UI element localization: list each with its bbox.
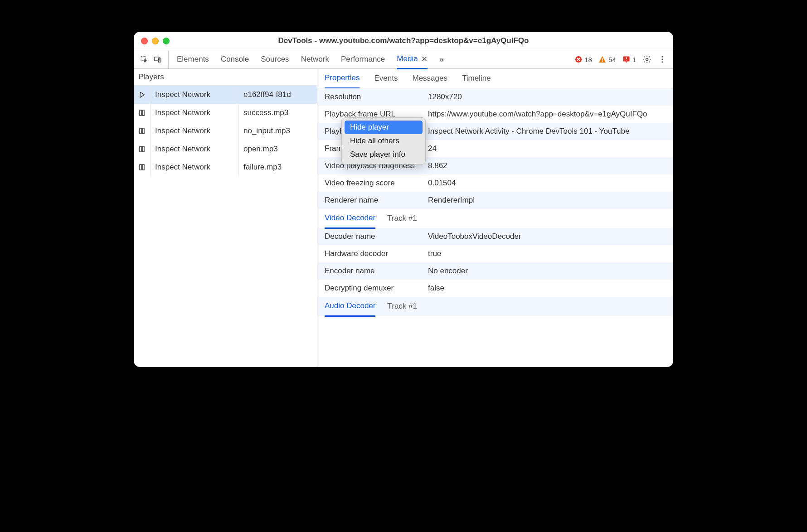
issue-icon xyxy=(622,56,630,63)
svg-point-11 xyxy=(661,58,663,60)
svg-rect-13 xyxy=(140,110,141,116)
player-id: failure.mp3 xyxy=(239,158,317,176)
tab-console[interactable]: Console xyxy=(221,55,249,64)
menu-item-hide-all-others[interactable]: Hide all others xyxy=(345,134,423,148)
tab-media[interactable]: Media ✕ xyxy=(397,50,427,69)
property-row: Video freezing score0.01504 xyxy=(317,174,673,192)
devtools-window: DevTools - www.youtube.com/watch?app=des… xyxy=(134,32,673,367)
property-row: Encoder nameNo encoder xyxy=(317,262,673,280)
player-row[interactable]: Inspect Network success.mp3 xyxy=(134,104,317,122)
devtools-toolbar: Elements Console Sources Network Perform… xyxy=(134,50,673,69)
player-name: Inspect Network xyxy=(150,104,239,122)
tab-media-label: Media xyxy=(397,54,418,63)
svg-rect-15 xyxy=(140,128,141,134)
property-key: Decoder name xyxy=(325,232,428,241)
zoom-window-button[interactable] xyxy=(163,38,170,44)
property-value: 1280x720 xyxy=(428,92,666,102)
svg-point-10 xyxy=(661,56,663,58)
error-icon xyxy=(575,56,582,63)
more-tabs-icon[interactable]: » xyxy=(439,55,444,64)
player-row[interactable]: Inspect Network failure.mp3 xyxy=(134,158,317,176)
subtab-messages[interactable]: Messages xyxy=(412,74,447,83)
players-sidebar: Players Inspect Network e162ff94-f81d In… xyxy=(134,69,317,367)
warning-icon xyxy=(598,56,606,63)
pause-icon xyxy=(138,127,146,135)
settings-icon[interactable] xyxy=(642,55,651,64)
property-value: false xyxy=(428,284,666,293)
menu-item-save-player-info[interactable]: Save player info xyxy=(345,148,423,161)
property-key: Resolution xyxy=(325,92,428,102)
player-context-menu: Hide player Hide all others Save player … xyxy=(341,117,426,164)
property-value: true xyxy=(428,249,666,258)
svg-rect-4 xyxy=(602,58,603,60)
subtab-properties[interactable]: Properties xyxy=(325,69,360,89)
property-value: RendererImpl xyxy=(428,196,666,205)
property-row: Decoder nameVideoTooboxVideoDecoder xyxy=(317,228,673,245)
error-counter[interactable]: 18 xyxy=(575,56,592,63)
player-id: success.mp3 xyxy=(239,104,317,122)
warning-count: 54 xyxy=(608,56,616,63)
section-title[interactable]: Video Decoder xyxy=(325,208,375,229)
player-name: Inspect Network xyxy=(150,158,239,176)
tab-sources[interactable]: Sources xyxy=(261,55,289,64)
inspect-element-icon[interactable] xyxy=(140,55,148,63)
menu-item-hide-player[interactable]: Hide player xyxy=(345,121,423,134)
video-decoder-section: Video Decoder Track #1 xyxy=(317,209,673,228)
property-key: Encoder name xyxy=(325,266,428,276)
tab-elements[interactable]: Elements xyxy=(177,55,209,64)
player-name: Inspect Network xyxy=(150,122,239,140)
pause-icon xyxy=(138,145,146,153)
property-value: No encoder xyxy=(428,266,666,276)
property-row: Resolution1280x720 xyxy=(317,88,673,106)
property-key: Hardware decoder xyxy=(325,249,428,258)
subtab-events[interactable]: Events xyxy=(374,74,398,83)
section-track[interactable]: Track #1 xyxy=(387,214,417,223)
section-title[interactable]: Audio Decoder xyxy=(325,296,375,317)
error-count: 18 xyxy=(584,56,592,63)
play-icon xyxy=(138,91,146,98)
kebab-menu-icon[interactable] xyxy=(658,55,667,64)
property-row: Decrypting demuxerfalse xyxy=(317,280,673,297)
close-window-button[interactable] xyxy=(141,38,148,44)
property-key: Video freezing score xyxy=(325,179,428,188)
player-id: e162ff94-f81d xyxy=(239,86,317,104)
issue-count: 1 xyxy=(632,56,636,63)
traffic-lights xyxy=(134,38,170,44)
close-icon[interactable]: ✕ xyxy=(421,54,428,64)
player-id: open.mp3 xyxy=(239,140,317,158)
subtab-timeline[interactable]: Timeline xyxy=(462,74,491,83)
players-header: Players xyxy=(134,69,317,86)
device-toolbar-icon[interactable] xyxy=(154,55,162,63)
property-row: Renderer nameRendererImpl xyxy=(317,192,673,209)
player-name: Inspect Network xyxy=(150,86,239,104)
pause-icon xyxy=(138,164,146,171)
player-row[interactable]: Inspect Network open.mp3 xyxy=(134,140,317,158)
svg-rect-19 xyxy=(140,164,141,170)
svg-point-12 xyxy=(661,61,663,63)
svg-rect-16 xyxy=(142,128,144,134)
media-subtabs: Properties Events Messages Timeline xyxy=(317,69,673,88)
svg-rect-18 xyxy=(142,146,144,152)
pause-icon xyxy=(138,109,146,116)
player-id: no_input.mp3 xyxy=(239,122,317,140)
tab-performance[interactable]: Performance xyxy=(341,55,385,64)
warning-counter[interactable]: 54 xyxy=(598,56,616,63)
player-row[interactable]: Inspect Network no_input.mp3 xyxy=(134,122,317,140)
svg-rect-8 xyxy=(626,59,627,60)
property-value: 8.862 xyxy=(428,161,666,170)
players-list: Inspect Network e162ff94-f81d Inspect Ne… xyxy=(134,86,317,367)
property-key: Decrypting demuxer xyxy=(325,284,428,293)
section-track[interactable]: Track #1 xyxy=(387,302,417,311)
player-row[interactable]: Inspect Network e162ff94-f81d xyxy=(134,86,317,104)
property-value: Inspect Network Activity - Chrome DevToo… xyxy=(428,127,666,136)
tab-network[interactable]: Network xyxy=(301,55,329,64)
player-name: Inspect Network xyxy=(150,140,239,158)
svg-rect-17 xyxy=(140,146,141,152)
minimize-window-button[interactable] xyxy=(152,38,159,44)
property-value: 0.01504 xyxy=(428,179,666,188)
issue-counter[interactable]: 1 xyxy=(622,56,636,63)
window-title: DevTools - www.youtube.com/watch?app=des… xyxy=(134,36,673,45)
property-value: 24 xyxy=(428,144,666,153)
property-key: Renderer name xyxy=(325,196,428,205)
svg-rect-20 xyxy=(142,164,144,170)
